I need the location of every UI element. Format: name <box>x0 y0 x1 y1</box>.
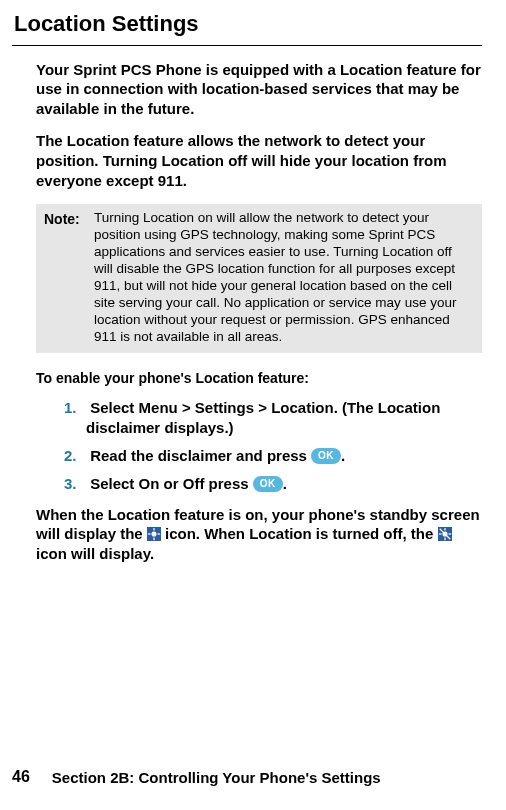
intro-paragraph-2: The Location feature allows the network … <box>36 131 482 190</box>
text: Select <box>90 399 138 416</box>
off-label: Off <box>183 475 205 492</box>
text: press <box>204 475 252 492</box>
step-number: 2. <box>64 446 86 466</box>
settings-label: Settings <box>195 399 254 416</box>
step-2: 2. Read the disclaimer and press OK. <box>64 446 482 466</box>
text: . <box>341 447 345 464</box>
note-text: Turning Location on will allow the netwo… <box>90 204 482 353</box>
text: Select <box>90 475 138 492</box>
section-title: Section 2B: Controlling Your Phone's Set… <box>52 768 381 788</box>
location-label: Location <box>271 399 334 416</box>
ok-button-icon: OK <box>311 448 341 464</box>
text: Read the disclaimer and press <box>90 447 311 464</box>
steps-list: 1. Select Menu > Settings > Location. (T… <box>64 398 482 495</box>
title-rule <box>12 45 482 46</box>
text: . <box>283 475 287 492</box>
text: . (The Location <box>334 399 441 416</box>
note-label: Note: <box>36 204 90 353</box>
location-on-icon <box>147 527 161 541</box>
text: disclaimer displays.) <box>86 418 482 438</box>
steps-heading: To enable your phone's Location feature: <box>36 369 482 387</box>
location-off-icon <box>438 527 452 541</box>
step-3: 3. Select On or Off press OK. <box>64 474 482 494</box>
page-title: Location Settings <box>14 10 482 39</box>
page-footer: 46 Section 2B: Controlling Your Phone's … <box>0 767 506 788</box>
text: icon will display. <box>36 545 154 562</box>
text: or <box>159 475 182 492</box>
on-label: On <box>139 475 160 492</box>
text: > <box>254 399 271 416</box>
closing-paragraph: When the Location feature is on, your ph… <box>36 505 482 564</box>
page-number: 46 <box>12 767 30 788</box>
step-number: 3. <box>64 474 86 494</box>
note-box: Note: Turning Location on will allow the… <box>36 204 482 353</box>
svg-point-1 <box>152 532 156 536</box>
body-column: Your Sprint PCS Phone is equipped with a… <box>36 60 482 564</box>
text: > <box>178 399 195 416</box>
menu-label: Menu <box>139 399 178 416</box>
step-1: 1. Select Menu > Settings > Location. (T… <box>64 398 482 439</box>
text: icon. When Location is turned off, the <box>165 525 438 542</box>
step-number: 1. <box>64 398 86 418</box>
intro-paragraph-1: Your Sprint PCS Phone is equipped with a… <box>36 60 482 119</box>
ok-button-icon: OK <box>253 476 283 492</box>
